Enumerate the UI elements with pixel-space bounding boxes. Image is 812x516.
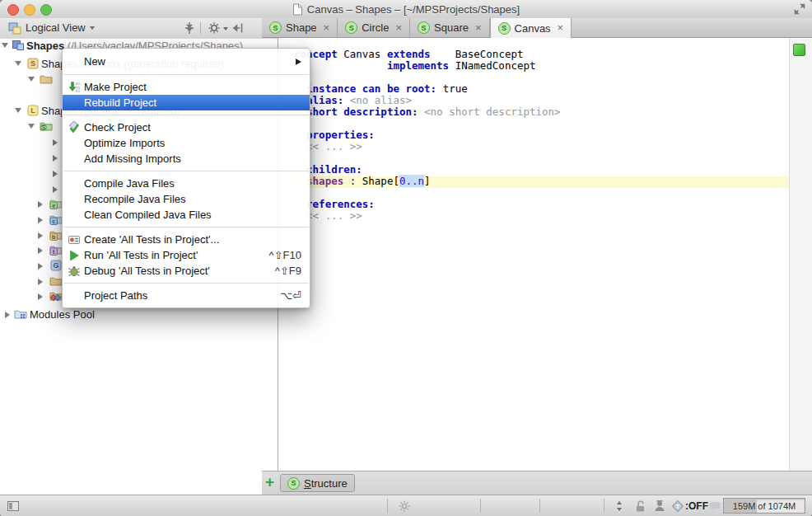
tree-collapse-arrow-icon[interactable] (28, 124, 35, 129)
code-line (294, 152, 561, 164)
svg-text:G: G (53, 261, 58, 270)
tree-collapse-arrow-icon[interactable] (15, 108, 21, 113)
add-aspect-plus-icon[interactable]: + (265, 473, 274, 491)
editor-pane[interactable]: concept Canvas extends BaseConcept imple… (278, 38, 789, 471)
close-tab-icon[interactable]: × (324, 24, 330, 32)
concept-icon: S (498, 22, 511, 35)
menu-item-run-all-tests-in-project[interactable]: Run 'All Tests in Project'^⇧F10 (63, 247, 310, 263)
tree-expand-arrow-icon[interactable] (38, 232, 43, 239)
code-line: shapes : Shape[0..n] (294, 176, 561, 187)
editor-tab-circle[interactable]: SCircle× (338, 18, 410, 37)
menu-item-add-missing-imports[interactable]: Add Missing Imports (63, 151, 310, 167)
tree-collapse-arrow-icon[interactable] (2, 43, 8, 48)
memory-text: 159M of 1074M (733, 501, 796, 511)
tree-expand-arrow-icon[interactable] (38, 247, 43, 254)
code-segment: extends (387, 48, 431, 60)
svg-text:L: L (30, 106, 35, 115)
menu-item-label: New (84, 55, 296, 68)
updown-spinner-icon[interactable] (613, 500, 626, 513)
statusbar-separator (539, 499, 540, 513)
menu-item-rebuild-project[interactable]: Rebuild Project (63, 95, 310, 110)
menu-item-label: Recompile Java Files (84, 193, 301, 205)
menu-item-project-paths[interactable]: Project Paths⌥⏎ (63, 288, 310, 303)
check-project-icon (68, 121, 82, 134)
editor-tab-square[interactable]: SSquare× (410, 18, 490, 37)
document-icon (292, 3, 303, 16)
close-tab-icon[interactable]: × (558, 24, 564, 32)
unlocked-padlock-icon[interactable] (634, 500, 647, 513)
tree-expand-arrow-icon[interactable] (53, 186, 58, 193)
menu-shortcut-label: ^⇧F10 (269, 249, 301, 261)
menu-shortcut-label: ^⇧F9 (275, 265, 301, 277)
typesystem-state-label[interactable]: :OFF (685, 500, 708, 512)
svg-text:S: S (42, 124, 46, 130)
gear-icon[interactable] (208, 21, 221, 35)
all-checks-passed-badge[interactable] (793, 44, 805, 56)
event-bubble-icon[interactable] (708, 500, 721, 513)
concept-icon: S (418, 21, 430, 34)
menu-item-create-all-tests-in-project[interactable]: Create 'All Tests in Project'... (63, 232, 310, 247)
menu-item-debug-all-tests-in-project[interactable]: Debug 'All Tests in Project'^⇧F9 (63, 263, 310, 279)
debug-icon (68, 265, 82, 278)
menu-item-optimize-imports[interactable]: Optimize Imports (63, 135, 310, 151)
code-segment: shapes (306, 175, 343, 187)
menu-item-label: Run 'All Tests in Project' (84, 249, 259, 261)
menu-shortcut-label: ⌥⏎ (280, 289, 301, 302)
code-segment: instance can be root: (306, 82, 436, 95)
menu-icon-slot-empty (68, 177, 82, 190)
tree-expand-arrow-icon[interactable] (53, 155, 58, 162)
menu-item-check-project[interactable]: Check Project (63, 120, 310, 135)
tree-expand-arrow-icon[interactable] (38, 293, 43, 300)
menu-item-clean-compiled-java-files[interactable]: Clean Compiled Java Files (63, 207, 310, 223)
svg-text:01: 01 (76, 89, 81, 93)
tree-expand-arrow-icon[interactable] (38, 217, 43, 223)
memory-indicator[interactable]: 159M of 1074M (723, 498, 805, 514)
statusbar-separator (480, 499, 481, 513)
code-line: children: (294, 164, 561, 176)
tree-expand-arrow-icon[interactable] (38, 263, 43, 270)
hide-panel-icon[interactable] (232, 21, 245, 35)
code-line: properties: (294, 129, 561, 141)
typesystem-diamond-icon[interactable]: T (671, 500, 684, 513)
menu-item-recompile-java-files[interactable]: Recompile Java Files (63, 191, 310, 207)
code-segment: short description: (306, 106, 418, 118)
tree-expand-arrow-icon[interactable] (53, 171, 58, 177)
tree-expand-arrow-icon[interactable] (53, 139, 58, 146)
editor-tab-canvas[interactable]: SCanvas× (490, 18, 572, 38)
tree-expand-arrow-icon[interactable] (5, 312, 10, 318)
tree-row[interactable]: Modules Pool (0, 307, 278, 322)
menu-item-label: Clean Compiled Java Files (84, 209, 301, 221)
folder-icon (49, 274, 63, 288)
code-area: concept Canvas extends BaseConcept imple… (294, 49, 561, 222)
collapse-all-icon[interactable] (183, 21, 196, 35)
modules-pool-icon (14, 307, 27, 321)
menu-icon-slot-empty (68, 209, 82, 222)
project-icon (12, 39, 25, 52)
tab-structure[interactable]: S Structure (280, 474, 355, 492)
close-tab-icon[interactable]: × (395, 24, 402, 32)
tree-expand-arrow-icon[interactable] (38, 279, 43, 285)
accessories-folder-icon (49, 289, 63, 303)
models-icon: S (40, 120, 53, 133)
status-bar: T :OFF 159M of 1074M (0, 495, 812, 516)
code-segment: 0..n (399, 175, 424, 187)
gear-dropdown-caret[interactable] (223, 27, 228, 30)
toolwindow-toggle-icon[interactable] (7, 500, 20, 513)
menu-item-label: Rebuild Project (84, 96, 301, 109)
close-tab-icon[interactable]: × (475, 24, 482, 32)
tree-collapse-arrow-icon[interactable] (15, 61, 21, 66)
hector-inspector-icon[interactable] (653, 500, 666, 513)
code-line: instance can be root: true (294, 83, 561, 95)
menu-item-compile-java-files[interactable]: Compile Java Files (63, 176, 310, 191)
tree-collapse-arrow-icon[interactable] (28, 77, 35, 82)
menu-item-make-project[interactable]: 011001Make Project (63, 79, 310, 95)
view-selector-button[interactable]: Logical View (5, 20, 98, 35)
code-segment: properties: (306, 129, 375, 141)
menu-icon-slot-empty (68, 289, 82, 303)
menu-item-new[interactable]: New (63, 53, 310, 70)
tree-expand-arrow-icon[interactable] (38, 201, 43, 208)
statusbar-separator (387, 499, 388, 513)
background-tasks-gear-icon[interactable] (398, 500, 411, 513)
editor-tab-shape[interactable]: SShape× (262, 18, 338, 37)
fullscreen-icon[interactable] (794, 3, 805, 15)
